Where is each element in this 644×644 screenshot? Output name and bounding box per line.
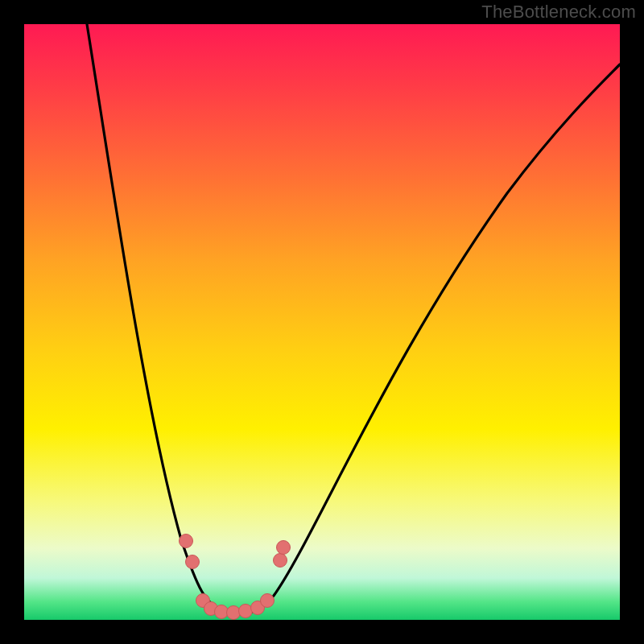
curve-marker	[180, 535, 193, 548]
curve-marker	[227, 606, 241, 620]
curve-layer	[24, 24, 620, 620]
watermark-text: TheBottleneck.com	[481, 2, 636, 23]
plot-frame	[24, 24, 620, 620]
curve-marker	[274, 554, 287, 568]
curve-marker	[215, 605, 229, 619]
bottleneck-curve	[87, 24, 620, 614]
chart-stage: TheBottleneck.com	[0, 0, 644, 644]
curve-marker	[261, 594, 275, 608]
curve-marker	[239, 605, 253, 618]
curve-marker	[277, 541, 291, 555]
curve-marker	[186, 555, 200, 569]
